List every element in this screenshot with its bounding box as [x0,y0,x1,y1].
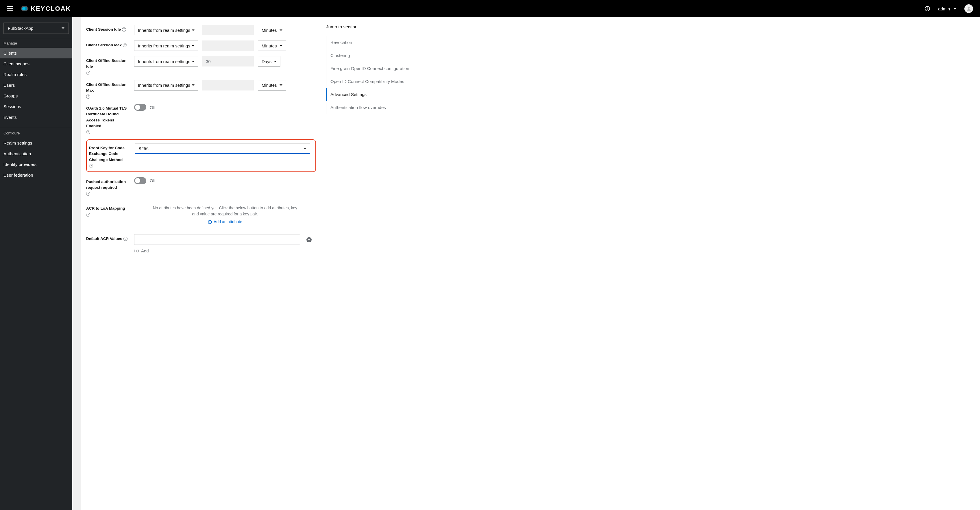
caret-down-icon [953,8,956,10]
sidebar: FullStackApp Manage Clients Client scope… [0,18,72,510]
acr-empty-state: No attributes have been defined yet. Cli… [134,204,316,226]
value-input[interactable] [202,80,254,91]
select-inherit[interactable]: Inherits from realm settings [134,56,198,67]
row-oauth-mtls: OAuth 2.0 Mutual TLS Certificate Bound A… [86,104,316,134]
sidebar-item-identity-providers[interactable]: Identity providers [0,159,72,170]
realm-name: FullStackApp [8,26,33,31]
caret-down-icon [192,61,194,62]
user-menu-button[interactable]: admin [938,6,956,11]
unit-select[interactable]: Minutes [258,25,286,35]
value-input[interactable] [202,40,254,51]
row-client-session-idle: Client Session Idle? Inherits from realm… [86,25,316,35]
sidebar-section-configure: Configure [0,128,72,138]
unit-select[interactable]: Days [258,56,280,67]
unit-select[interactable]: Minutes [258,80,286,91]
jump-list: Revocation Clustering Fine grain OpenID … [326,36,423,114]
keycloak-logo-icon [20,4,29,13]
jump-item-clustering[interactable]: Clustering [326,49,423,62]
switch-state: Off [150,178,156,183]
plus-circle-icon: + [208,220,212,224]
add-default-acr-button[interactable]: +Add [134,249,316,253]
caret-down-icon [62,27,64,29]
label: Default ACR Values [86,236,122,242]
svg-point-3 [967,6,970,9]
row-acr-loa: ACR to LoA Mapping? No attributes have b… [86,204,316,226]
sidebar-item-users[interactable]: Users [0,80,72,91]
unit-select[interactable]: Minutes [258,40,286,51]
help-icon[interactable]: ? [122,27,126,32]
brand-text: KEYCLOAK [31,5,71,13]
switch-oauth-mtls[interactable] [134,104,146,111]
help-icon[interactable]: ? [123,43,127,47]
caret-down-icon [280,45,282,46]
help-icon[interactable]: ? [925,6,930,11]
jump-title: Jump to section [326,24,423,29]
jump-item-oidc-compat[interactable]: Open ID Connect Compatibility Modes [326,75,423,88]
help-icon[interactable]: ? [86,192,90,196]
highlight-pkce: Proof Key for Code Exchange Code Challen… [86,139,316,172]
switch-pushed-auth[interactable] [134,177,146,184]
avatar[interactable] [964,4,973,13]
main-content: Client Session Idle? Inherits from realm… [72,18,980,510]
label: ACR to LoA Mapping [86,206,125,211]
caret-down-icon [280,84,282,86]
menu-toggle-button[interactable] [7,6,13,11]
form-area: Client Session Idle? Inherits from realm… [81,18,316,510]
help-icon[interactable]: ? [86,71,90,75]
caret-down-icon [280,29,282,31]
user-name: admin [938,6,950,11]
select-inherit[interactable]: Inherits from realm settings [134,40,198,51]
label: Pushed authorization request required [86,179,129,191]
remove-button[interactable] [306,237,312,242]
caret-down-icon [192,29,194,31]
sidebar-item-events[interactable]: Events [0,112,72,123]
help-icon[interactable]: ? [86,130,90,134]
sidebar-item-clients[interactable]: Clients [0,48,72,58]
sidebar-item-authentication[interactable]: Authentication [0,148,72,159]
label: Client Session Max [86,42,122,48]
label: Client Session Idle [86,27,121,32]
sidebar-section-manage: Manage [0,38,72,48]
switch-state: Off [150,105,156,110]
select-inherit[interactable]: Inherits from realm settings [134,25,198,35]
row-pushed-auth: Pushed authorization request required? O… [86,177,316,196]
add-attribute-button[interactable]: +Add an attribute [208,219,242,225]
help-icon[interactable]: ? [89,164,93,168]
brand-logo[interactable]: KEYCLOAK [20,4,71,13]
default-acr-input[interactable] [134,234,300,245]
realm-selector[interactable]: FullStackApp [3,22,69,34]
caret-down-icon [274,61,277,62]
label: Proof Key for Code Exchange Code Challen… [89,145,129,163]
jump-item-revocation[interactable]: Revocation [326,36,423,49]
caret-down-icon [192,84,194,86]
row-pkce: Proof Key for Code Exchange Code Challen… [89,143,310,168]
value-input[interactable] [202,25,254,35]
top-bar: KEYCLOAK ? admin [0,0,980,18]
jump-item-fine-grain[interactable]: Fine grain OpenID Connect configuration [326,62,423,75]
row-client-session-max: Client Session Max? Inherits from realm … [86,40,316,51]
row-client-offline-session-max: Client Offline Session Max? Inherits fro… [86,80,316,99]
sidebar-item-realm-roles[interactable]: Realm roles [0,69,72,80]
label: Client Offline Session Idle [86,58,129,70]
caret-down-icon [192,45,194,46]
plus-circle-icon: + [134,249,139,253]
sidebar-item-user-federation[interactable]: User federation [0,170,72,180]
sidebar-item-client-scopes[interactable]: Client scopes [0,58,72,69]
select-inherit[interactable]: Inherits from realm settings [134,80,198,91]
sidebar-item-realm-settings[interactable]: Realm settings [0,138,72,148]
sidebar-item-sessions[interactable]: Sessions [0,101,72,112]
label: Client Offline Session Max [86,82,129,94]
jump-item-auth-flow-overrides[interactable]: Authentication flow overrides [326,101,423,114]
sidebar-item-groups[interactable]: Groups [0,91,72,101]
label: OAuth 2.0 Mutual TLS Certificate Bound A… [86,105,129,129]
help-icon[interactable]: ? [86,94,90,99]
select-pkce[interactable]: S256 [135,143,310,154]
caret-down-icon [304,148,306,149]
help-icon[interactable]: ? [86,213,90,217]
help-icon[interactable]: ? [123,237,127,241]
jump-to-section-panel: Jump to section Revocation Clustering Fi… [316,18,423,510]
value-input[interactable] [202,56,254,67]
jump-item-advanced-settings[interactable]: Advanced Settings [326,88,423,101]
row-client-offline-session-idle: Client Offline Session Idle? Inherits fr… [86,56,316,75]
row-default-acr: Default ACR Values? [86,234,316,245]
